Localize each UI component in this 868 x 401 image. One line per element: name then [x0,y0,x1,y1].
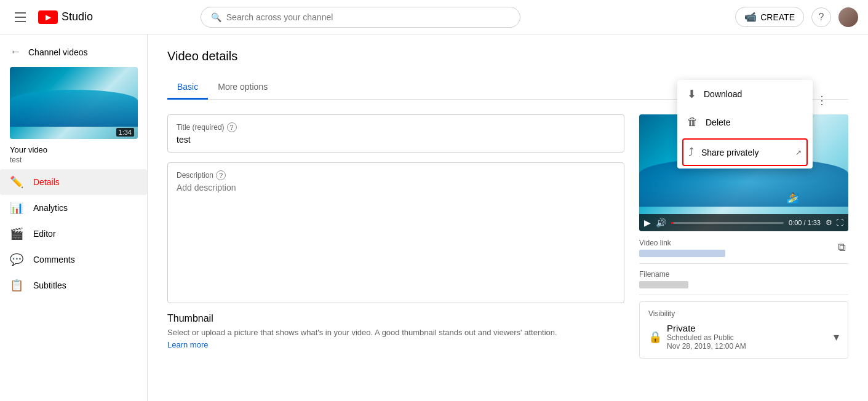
hamburger-button[interactable] [10,7,31,27]
time-total: 1:33 [808,219,821,226]
description-label-text: Description [177,171,213,180]
sidebar-item-analytics-label: Analytics [33,203,68,213]
time-display: 0:00 / 1:33 [789,219,821,226]
create-label: CREATE [760,12,795,22]
title-label-text: Title (required) [177,123,225,132]
avatar-image [838,7,858,27]
share-icon: ⤴ [688,146,694,159]
topnav-left: Studio [10,7,93,27]
delete-icon: 🗑 [687,116,698,129]
thumbnail-title: Thumbnail [167,313,624,324]
video-controls: ▶ 🔊 0:00 / 1:33 ⚙ ⛶ [639,214,848,231]
time-current: 0:00 [789,219,802,226]
search-input[interactable] [226,12,510,22]
visibility-details: Private Scheduled as Public Nov 28, 2019… [667,323,746,351]
dropdown-share-item[interactable]: ⤴ Share privately ↗ [682,138,808,166]
dropdown-download-item[interactable]: ⬇ Download [677,80,813,108]
sidebar-item-comments-label: Comments [33,255,75,264]
control-icons: ⚙ ⛶ [826,218,843,227]
topnav-right: 📹 CREATE ? [735,7,858,27]
studio-label: Studio [62,10,93,23]
create-icon: 📹 [744,11,757,23]
details-icon: ✏️ [10,175,23,189]
surfer-element: 🏄 [787,192,799,204]
logo: Studio [38,10,93,24]
download-icon: ⬇ [687,87,696,101]
sidebar-video-subtitle: test [0,156,147,169]
video-link-row: Video link ⧉ [639,239,848,264]
title-label: Title (required) ? [177,122,615,132]
sidebar-video-title: Your video [0,141,147,156]
description-help-icon[interactable]: ? [216,170,226,180]
filename-row: Filename [639,270,848,295]
help-button[interactable]: ? [811,7,831,27]
private-icon: 🔒 [648,330,662,344]
sidebar-item-details-label: Details [33,177,60,187]
video-link-info: Video link [639,239,725,257]
visibility-left: 🔒 Private Scheduled as Public Nov 28, 20… [648,323,746,351]
sidebar-item-analytics[interactable]: 📊 Analytics [0,195,147,221]
thumbnail-section: Thumbnail Select or upload a picture tha… [167,313,624,349]
video-duration: 1:34 [116,128,134,137]
search-icon: 🔍 [211,12,221,22]
title-help-icon[interactable]: ? [227,122,237,132]
volume-button[interactable]: 🔊 [656,218,666,228]
dropdown-delete-item[interactable]: 🗑 Delete [677,108,813,136]
topnav: Studio 🔍 📹 CREATE ? [0,0,868,34]
thumbnail-description: Select or upload a picture that shows wh… [167,328,624,337]
sidebar-item-editor-label: Editor [33,229,56,239]
visibility-label: Visibility [648,309,839,318]
visibility-value: 🔒 Private Scheduled as Public Nov 28, 20… [648,323,839,351]
search-bar[interactable]: 🔍 [201,7,520,28]
description-label: Description ? [177,170,615,180]
video-link-value [639,250,725,257]
thumb-wave [10,90,138,127]
share-label: Share privately [701,148,759,157]
filename-label: Filename [639,270,688,279]
sidebar-item-editor[interactable]: 🎬 Editor [0,221,147,247]
form-column: Title (required) ? Description ? Thumbna… [167,114,624,359]
back-label: Channel videos [28,47,88,57]
dropdown-menu: ⬇ Download 🗑 Delete ⤴ Share privately ↗ [677,80,813,169]
filename-info: Filename [639,270,688,288]
video-link-label: Video link [639,239,725,247]
tab-more-options[interactable]: More options [208,76,277,100]
editor-icon: 🎬 [10,227,23,240]
title-field-group: Title (required) ? [167,114,624,153]
subtitles-icon: 📋 [10,279,23,292]
download-label: Download [704,89,742,99]
progress-bar[interactable] [671,222,784,224]
youtube-logo-icon [38,10,58,24]
settings-icon[interactable]: ⚙ [826,218,832,227]
sidebar-item-subtitles[interactable]: 📋 Subtitles [0,272,147,298]
three-dots-button[interactable]: ⋮ [814,91,830,109]
avatar[interactable] [838,7,858,27]
external-link-icon: ↗ [795,148,802,157]
thumbnail-learn-more-link[interactable]: Learn more [167,340,208,349]
analytics-icon: 📊 [10,201,23,215]
filename-value [639,281,688,288]
sidebar-item-details[interactable]: ✏️ Details [0,169,147,195]
visibility-name: Private [667,323,746,333]
copy-link-button[interactable]: ⧉ [835,239,848,256]
description-textarea[interactable] [177,183,615,293]
back-button[interactable]: ← Channel videos [0,39,147,65]
progress-fill [671,222,674,224]
fullscreen-icon[interactable]: ⛶ [836,218,843,227]
sidebar-item-comments[interactable]: 💬 Comments [0,247,147,272]
visibility-chevron-icon[interactable]: ▾ [834,330,839,344]
visibility-date: Nov 28, 2019, 12:00 AM [667,342,746,351]
page-title: Video details [167,49,848,63]
back-arrow-icon: ← [10,46,21,58]
sidebar: ← Channel videos 1:34 Your video test ✏️… [0,34,148,401]
title-input[interactable] [177,135,615,145]
visibility-section: Visibility 🔒 Private Scheduled as Public… [639,301,848,359]
sidebar-item-subtitles-label: Subtitles [33,280,66,290]
create-button[interactable]: 📹 CREATE [735,7,804,27]
description-field-group: Description ? [167,162,624,303]
sidebar-video-thumbnail: 1:34 [10,67,138,139]
delete-label: Delete [706,117,730,127]
play-button[interactable]: ▶ [644,218,651,228]
tab-basic[interactable]: Basic [167,76,208,100]
comments-icon: 💬 [10,253,23,266]
